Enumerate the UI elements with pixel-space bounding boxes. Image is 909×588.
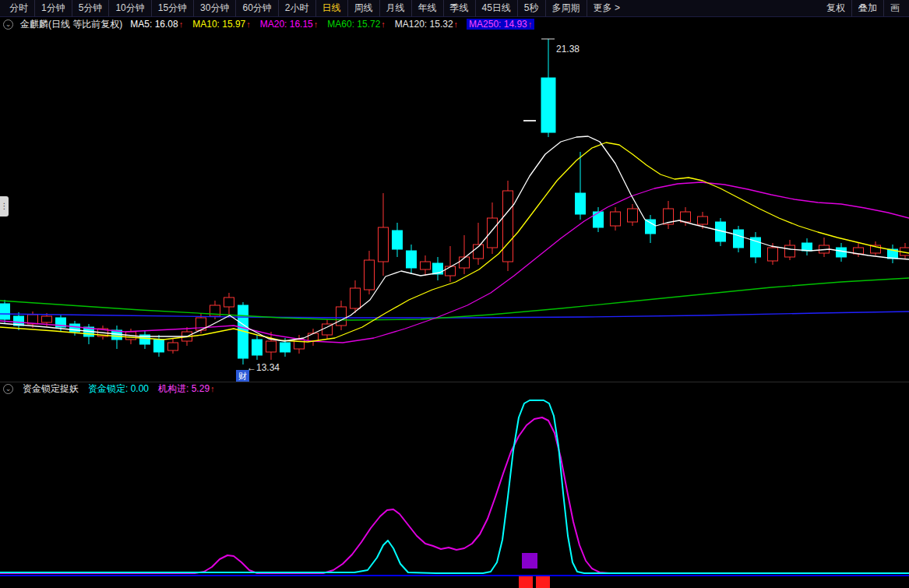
toolbar-item-1[interactable]: 分时 [3,0,34,16]
ma-legend: MA5: 16.08↑MA10: 15.97↑MA20: 16.15↑MA60:… [129,19,534,30]
main-chart-header: ⌄ 金麒麟(日线 等比前复权) MA5: 16.08↑MA10: 15.97↑M… [0,17,909,31]
ma-legend-item-5: MA120: 15.32↑ [394,19,459,30]
ma-legend-item-1: MA5: 16.08↑ [129,19,184,30]
toolbar-item-3[interactable]: 5分钟 [72,0,109,16]
toolbar-item-15[interactable]: 5秒 [517,0,545,16]
candle [785,240,795,260]
news-badge-label: 财 [238,371,247,381]
candle [322,319,333,340]
candle [751,232,761,263]
up-arrow-icon: ↑ [314,19,319,29]
low-price-label: ←13.34 [247,362,280,373]
toolbar-right-item-1[interactable]: 复权 [820,0,851,16]
candle [888,245,898,263]
main-candle-chart[interactable]: 21.38←13.34财 ⋮ [0,31,909,382]
stock-title[interactable]: 金麒麟(日线 等比前复权) [20,18,122,31]
toolbar-item-7[interactable]: 60分钟 [235,0,277,16]
toolbar-item-11[interactable]: 月线 [379,0,411,16]
ma-legend-item-6: MA250: 14.93↑ [467,19,534,30]
candle [365,251,375,294]
indicator-values: 资金锁定: 0.00机构进: 5.29↑ [88,382,215,396]
purple-signal-marker [522,553,537,569]
toolbar-item-4[interactable]: 10分钟 [108,0,150,16]
collapse-chevron-icon[interactable]: ⌄ [3,384,13,394]
candle [802,238,812,255]
left-edge-handle[interactable]: ⋮ [0,196,9,217]
toolbar-item-5[interactable]: 15分钟 [151,0,193,16]
candle [407,245,417,274]
candle [224,293,234,318]
collapse-chevron-icon[interactable]: ⌄ [3,19,13,30]
toolbar-item-10[interactable]: 周线 [347,0,379,16]
up-arrow-icon: ↑ [179,19,184,29]
toolbar-item-9[interactable]: 日线 [315,0,347,16]
candle [900,243,909,259]
candle [336,301,347,330]
candle [541,39,555,137]
candle [351,280,361,313]
candle [14,312,24,330]
toolbar-item-16[interactable]: 多周期 [545,0,587,16]
period-menu: 分时1分钟5分钟10分钟15分钟30分钟60分钟2小时日线周线月线年线季线45日… [3,0,626,16]
toolbar-item-12[interactable]: 年线 [411,0,443,16]
candle [503,181,513,271]
up-arrow-icon: ↑ [210,384,215,393]
toolbar-right-item-2[interactable]: 叠加 [851,0,883,16]
ma10-line [0,143,909,342]
toolbar-item-2[interactable]: 1分钟 [34,0,72,16]
candle [393,223,403,257]
candle [576,152,586,220]
toolbar-item-14[interactable]: 45日线 [475,0,517,16]
indicator-title[interactable]: 资金锁定捉妖 [23,382,79,396]
candle [252,335,262,360]
toolbar-item-6[interactable]: 30分钟 [193,0,235,16]
candle [628,204,638,226]
candle [446,246,456,282]
candle [379,193,389,276]
candle [646,215,656,243]
fund-lock-line [0,400,909,573]
candle [734,226,744,252]
indicator-value-2: 机构进: 5.29↑ [158,382,215,396]
indicator-header: ⌄ 资金锁定捉妖 资金锁定: 0.00机构进: 5.29↑ [0,382,909,396]
candle [664,201,674,229]
candle [140,330,150,349]
toolbar-item-13[interactable]: 季线 [443,0,475,16]
candle [488,202,498,254]
candle [433,257,443,280]
candle [154,335,164,357]
indicator-value-1: 资金锁定: 0.00 [88,382,149,396]
candle [474,223,484,265]
candle [611,207,621,231]
red-signal-marker-2 [536,576,550,588]
candle [168,338,178,354]
high-price-label: 21.38 [556,44,580,55]
candle [238,302,248,364]
red-signal-marker-1 [519,576,533,588]
institution-line [0,417,909,573]
candle [871,241,881,255]
indicator-chart[interactable] [0,396,909,588]
candle [112,326,122,349]
up-arrow-icon: ↑ [528,19,533,29]
up-arrow-icon: ↑ [454,19,459,29]
candle [308,329,319,346]
candle [837,243,847,262]
ma-legend-item-2: MA10: 15.97↑ [192,19,252,30]
indicator-chart-svg [0,396,909,588]
candle [421,255,431,276]
up-arrow-icon: ↑ [381,19,386,29]
candle [0,300,10,324]
candle [819,238,830,257]
toolbar-item-17[interactable]: 更多 > [587,0,626,16]
toolbar-right-menu: 复权叠加画 [820,0,906,16]
trading-app-window: 分时1分钟5分钟10分钟15分钟30分钟60分钟2小时日线周线月线年线季线45日… [0,0,909,588]
main-chart-svg: 21.38←13.34财 [0,31,909,382]
toolbar-item-8[interactable]: 2小时 [278,0,315,16]
toolbar-right-item-3[interactable]: 画 [883,0,906,16]
top-toolbar: 分时1分钟5分钟10分钟15分钟30分钟60分钟2小时日线周线月线年线季线45日… [0,0,909,17]
ma-legend-item-4: MA60: 15.72↑ [326,19,386,30]
ma-legend-item-3: MA20: 16.15↑ [259,19,319,30]
up-arrow-icon: ↑ [246,19,251,29]
candle [266,332,277,360]
